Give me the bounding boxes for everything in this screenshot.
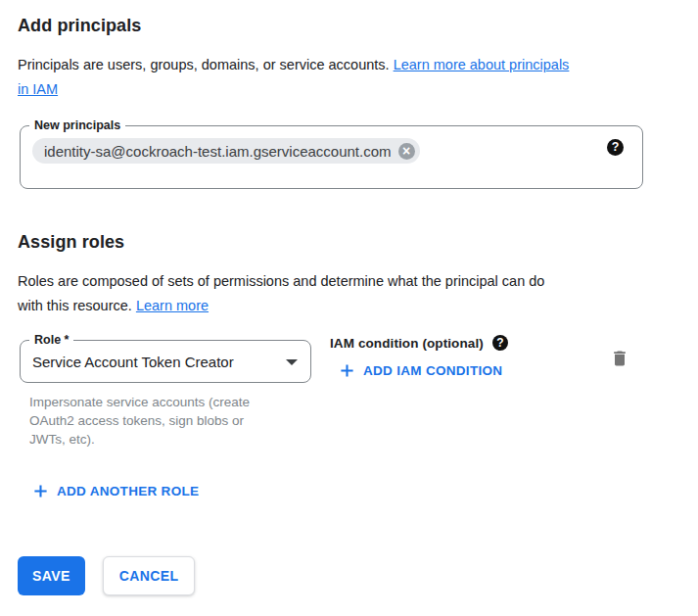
page-title: Add principals xyxy=(18,16,680,36)
principal-chip-value: identity-sa@cockroach-test.iam.gservicea… xyxy=(44,143,392,160)
add-principals-panel: Add principals Principals are users, gro… xyxy=(0,0,698,616)
new-principals-label: New principals xyxy=(29,118,125,134)
add-another-role-label: ADD ANOTHER ROLE xyxy=(57,484,199,498)
role-label: Role * xyxy=(29,332,73,349)
help-icon[interactable]: ? xyxy=(492,335,508,351)
iam-condition-label: IAM condition (optional) xyxy=(330,336,484,351)
add-another-role-button[interactable]: ADD ANOTHER ROLE xyxy=(33,484,199,498)
add-iam-condition-label: ADD IAM CONDITION xyxy=(363,363,502,378)
delete-icon xyxy=(610,349,629,368)
iam-condition-column: IAM condition (optional) ? ADD IAM CONDI… xyxy=(330,335,508,382)
assign-roles-description: Roles are composed of sets of permission… xyxy=(18,269,680,318)
action-buttons: SAVE CANCEL xyxy=(18,556,680,595)
role-select[interactable]: Role * Service Account Token Creator xyxy=(20,340,311,383)
intro-text-static: Principals are users, groups, domains, o… xyxy=(18,57,394,72)
role-description: Impersonate service accounts (create OAu… xyxy=(29,393,335,449)
intro-text: Principals are users, groups, domains, o… xyxy=(18,53,680,102)
add-icon xyxy=(340,363,354,378)
add-iam-condition-button[interactable]: ADD IAM CONDITION xyxy=(340,363,502,378)
learn-more-principals-link-wrap[interactable]: in IAM xyxy=(18,81,58,97)
learn-more-roles-link[interactable]: Learn more xyxy=(136,298,209,313)
iam-condition-label-row: IAM condition (optional) ? xyxy=(330,335,508,351)
close-icon[interactable]: × xyxy=(398,143,415,160)
help-icon[interactable]: ? xyxy=(607,139,624,156)
roles-desc-line2: with this resource. xyxy=(18,298,136,313)
roles-desc-line1: Roles are composed of sets of permission… xyxy=(18,273,544,289)
save-button[interactable]: SAVE xyxy=(18,556,85,595)
new-principals-field[interactable]: New principals identity-sa@cockroach-tes… xyxy=(20,125,643,189)
chevron-down-icon xyxy=(286,359,298,365)
learn-more-principals-link[interactable]: Learn more about principals xyxy=(394,57,570,72)
cancel-button[interactable]: CANCEL xyxy=(103,556,196,595)
add-icon xyxy=(33,484,48,498)
principal-chip: identity-sa@cockroach-test.iam.gservicea… xyxy=(32,138,420,164)
assign-roles-title: Assign roles xyxy=(18,232,680,253)
delete-role-button[interactable] xyxy=(610,349,629,368)
role-row: Role * Service Account Token Creator IAM… xyxy=(18,340,680,383)
